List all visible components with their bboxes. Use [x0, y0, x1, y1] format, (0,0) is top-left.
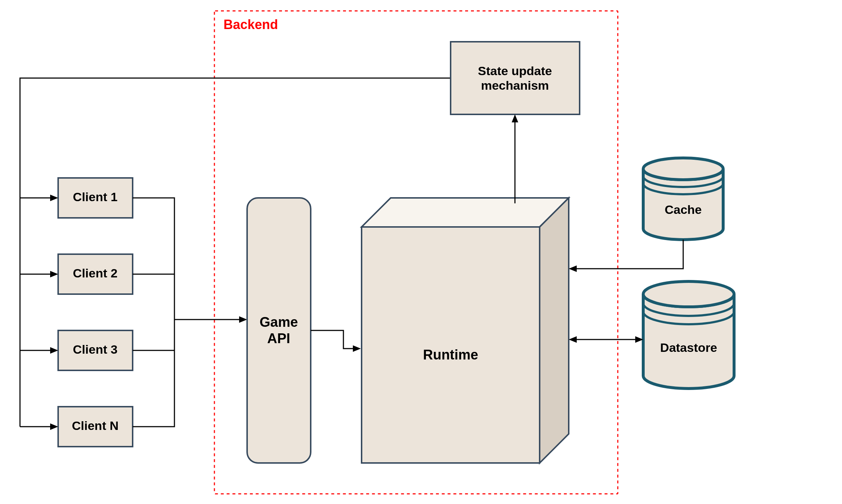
game-api-label-line1: Game — [259, 314, 298, 330]
svg-point-17 — [643, 281, 734, 307]
client-1-label: Client 1 — [73, 190, 118, 204]
state-update-label-line1: State update — [478, 64, 552, 78]
game-api-label-line2: API — [267, 331, 290, 346]
svg-point-16 — [643, 158, 723, 180]
cache-label: Cache — [665, 203, 702, 216]
datastore-label: Datastore — [660, 341, 717, 354]
edge-gameapi-to-runtime — [311, 330, 361, 352]
architecture-diagram: Backend Client 1 Client 2 Client 3 Clien… — [0, 0, 842, 504]
state-update-label-line2: mechanism — [481, 78, 549, 92]
backend-label: Backend — [223, 17, 278, 32]
client-2-label: Client 2 — [73, 266, 118, 280]
edge-cache-to-runtime — [569, 240, 683, 272]
svg-marker-15 — [512, 114, 518, 122]
svg-marker-6 — [50, 347, 58, 354]
svg-marker-19 — [569, 336, 577, 343]
client-1-box: Client 1 — [58, 178, 133, 218]
edge-runtime-datastore — [569, 336, 643, 343]
svg-marker-11 — [362, 198, 569, 227]
client-n-box: Client N — [58, 407, 133, 447]
svg-marker-12 — [540, 198, 569, 463]
client-2-box: Client 2 — [58, 254, 133, 294]
svg-marker-7 — [50, 423, 58, 430]
svg-marker-5 — [50, 271, 58, 277]
cache-cylinder: Cache — [643, 158, 723, 240]
svg-rect-9 — [247, 198, 311, 463]
edge-clients-to-gameapi — [133, 198, 247, 427]
state-update-box: State update mechanism — [451, 42, 580, 114]
client-n-label: Client N — [72, 419, 118, 432]
client-3-box: Client 3 — [58, 330, 133, 370]
svg-marker-8 — [239, 316, 247, 323]
svg-marker-18 — [569, 265, 577, 272]
client-3-label: Client 3 — [73, 342, 118, 356]
runtime-cube: Runtime — [362, 198, 569, 463]
svg-marker-4 — [50, 195, 58, 201]
edge-runtime-to-stateupdate — [512, 114, 518, 203]
svg-marker-10 — [353, 345, 361, 352]
datastore-cylinder: Datastore — [643, 281, 734, 389]
svg-rect-13 — [362, 227, 540, 463]
game-api-box: Game API — [247, 198, 311, 463]
runtime-label: Runtime — [423, 347, 478, 362]
